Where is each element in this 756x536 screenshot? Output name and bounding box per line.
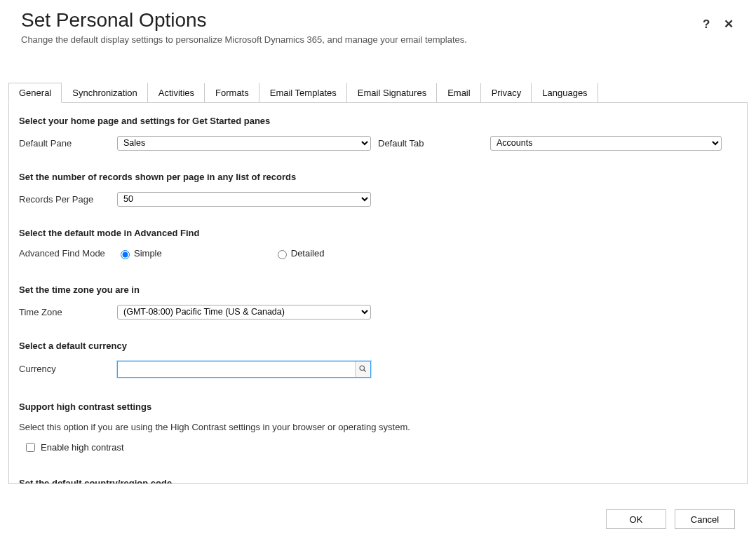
select-default-tab[interactable]: Accounts	[490, 136, 722, 151]
radio-detailed[interactable]	[278, 250, 287, 259]
tab-privacy[interactable]: Privacy	[481, 83, 532, 102]
field-currency	[117, 361, 371, 378]
row-records-per-page: Records Per Page 50	[19, 192, 737, 207]
currency-lookup-button[interactable]	[355, 362, 370, 377]
section-homepage-heading: Select your home page and settings for G…	[19, 116, 737, 126]
label-currency: Currency	[19, 364, 117, 374]
top-icons: ? ✕	[691, 17, 734, 32]
ok-button[interactable]: OK	[606, 509, 666, 529]
select-records-per-page[interactable]: 50	[117, 192, 371, 207]
currency-lookup-box	[117, 361, 371, 378]
tab-general[interactable]: General	[8, 83, 62, 103]
content-scroll-area[interactable]: Select your home page and settings for G…	[8, 103, 748, 484]
checkbox-enable-high-contrast-label: Enable high contrast	[41, 442, 124, 453]
label-advanced-find-mode: Advanced Find Mode	[19, 248, 117, 259]
radio-simple-wrap[interactable]: Simple	[117, 248, 162, 259]
high-contrast-hint: Select this option if you are using the …	[19, 422, 737, 432]
help-icon[interactable]: ?	[703, 18, 710, 32]
radio-simple-label: Simple	[134, 248, 162, 259]
section-country-code-heading: Set the default country/region code	[19, 478, 737, 484]
cancel-button[interactable]: Cancel	[675, 509, 735, 529]
row-timezone: Time Zone (GMT-08:00) Pacific Time (US &…	[19, 305, 737, 319]
svg-line-1	[364, 370, 366, 372]
field-default-pane: Sales	[117, 136, 371, 151]
tab-email-signatures[interactable]: Email Signatures	[347, 83, 437, 102]
close-icon[interactable]: ✕	[724, 17, 734, 32]
section-currency-heading: Select a default currency	[19, 341, 737, 351]
section-timezone-heading: Set the time zone you are in	[19, 284, 737, 295]
tabs-bar: General Synchronization Activities Forma…	[8, 83, 748, 103]
tab-activities[interactable]: Activities	[148, 83, 205, 102]
label-default-pane: Default Pane	[19, 138, 117, 149]
row-default-pane: Default Pane Sales Default Tab Accounts	[19, 136, 737, 151]
tab-languages[interactable]: Languages	[532, 83, 598, 102]
radio-detailed-label: Detailed	[291, 248, 325, 259]
radio-detailed-wrap[interactable]: Detailed	[274, 248, 325, 259]
label-timezone: Time Zone	[19, 307, 117, 317]
currency-input[interactable]	[118, 362, 355, 377]
select-timezone[interactable]: (GMT-08:00) Pacific Time (US & Canada)	[117, 305, 371, 319]
dialog-subtitle: Change the default display settings to p…	[21, 34, 735, 45]
dialog-title: Set Personal Options	[21, 10, 735, 32]
field-advanced-find-mode: Simple Detailed	[117, 248, 324, 259]
tab-email[interactable]: Email	[437, 83, 481, 102]
lookup-icon	[358, 364, 367, 373]
section-advanced-find-heading: Select the default mode in Advanced Find	[19, 228, 737, 238]
row-enable-high-contrast: Enable high contrast	[23, 441, 737, 454]
section-records-heading: Set the number of records shown per page…	[19, 172, 737, 182]
row-advanced-find-mode: Advanced Find Mode Simple Detailed	[19, 248, 737, 259]
checkbox-enable-high-contrast[interactable]	[26, 443, 35, 452]
field-default-tab: Accounts	[490, 136, 722, 151]
section-high-contrast-heading: Support high contrast settings	[19, 401, 737, 412]
tab-formats[interactable]: Formats	[205, 83, 259, 102]
svg-point-0	[360, 366, 365, 371]
radio-simple[interactable]	[121, 250, 130, 259]
label-default-tab: Default Tab	[378, 138, 490, 149]
dialog-header: Set Personal Options Change the default …	[0, 0, 756, 50]
tab-synchronization[interactable]: Synchronization	[62, 83, 148, 102]
dialog-footer: OK Cancel	[606, 509, 735, 529]
tab-email-templates[interactable]: Email Templates	[259, 83, 347, 102]
select-default-pane[interactable]: Sales	[117, 136, 371, 151]
field-records-per-page: 50	[117, 192, 371, 207]
row-currency: Currency	[19, 361, 737, 378]
field-timezone: (GMT-08:00) Pacific Time (US & Canada)	[117, 305, 371, 319]
label-records-per-page: Records Per Page	[19, 194, 117, 205]
general-tab-content: Select your home page and settings for G…	[9, 103, 747, 484]
